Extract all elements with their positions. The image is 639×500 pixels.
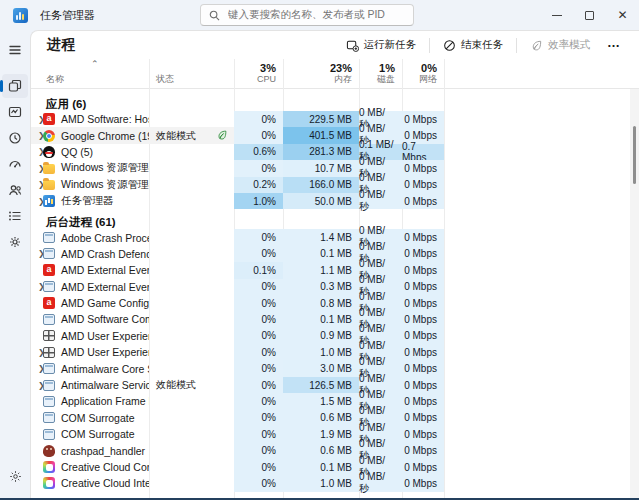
vertical-scrollbar[interactable] <box>630 89 639 498</box>
sidebar-item-services[interactable] <box>2 230 28 254</box>
efficiency-mode-button[interactable]: 效率模式 <box>523 35 597 55</box>
scrollbar-thumb[interactable] <box>633 126 636 184</box>
process-row[interactable]: ❯Google Chrome (19)效能模式0%401.5 MB0 MB/秒0… <box>31 127 639 143</box>
process-row[interactable]: AMD Software Command Li...0%0.1 MB0 MB/秒… <box>31 311 639 327</box>
navigation-menu-button[interactable] <box>2 38 28 62</box>
column-header-disk[interactable]: 1% 磁盘 <box>359 59 402 88</box>
process-row[interactable]: ❯AMD Crash Defender Service0%0.1 MB0 MB/… <box>31 246 639 262</box>
process-row[interactable]: AMD External Events Client ...0.1%1.1 MB… <box>31 262 639 278</box>
process-name-cell[interactable]: Application Frame Host <box>31 393 149 409</box>
process-status-cell <box>149 475 234 491</box>
process-name-cell[interactable]: AMD User Experience Progr... <box>31 328 149 344</box>
process-name-cell[interactable]: Creative Cloud Content Ma... <box>31 459 149 475</box>
memory-value: 166.0 MB <box>309 179 352 190</box>
sidebar-item-processes[interactable] <box>2 74 28 98</box>
process-name-cell[interactable]: COM Surrogate <box>31 410 149 426</box>
process-row[interactable]: ❯AMD External Events Servic...0%0.3 MB0 … <box>31 279 639 295</box>
column-header-cpu[interactable]: 3% CPU <box>234 59 283 88</box>
sidebar-item-details[interactable] <box>2 204 28 228</box>
expand-chevron-icon[interactable]: ❯ <box>31 147 43 156</box>
end-task-button[interactable]: 结束任务 <box>436 35 510 55</box>
run-new-task-button[interactable]: 运行新任务 <box>339 35 424 55</box>
close-button[interactable]: ✕ <box>606 0 639 30</box>
process-row[interactable]: ❯AMD User Experience Progr...0%1.0 MB0 M… <box>31 344 639 360</box>
memory-cell: 0.8 MB <box>283 295 359 311</box>
process-name-cell[interactable]: ❯AMD Software: Host Applic... <box>31 111 149 127</box>
expand-chevron-icon[interactable]: ❯ <box>31 131 43 140</box>
column-disk-label: 磁盘 <box>377 74 395 85</box>
process-name-cell[interactable]: AMD Software Command Li... <box>31 311 149 327</box>
process-row[interactable]: AMD Game Configuration S...0%0.8 MB0 MB/… <box>31 295 639 311</box>
process-name-cell[interactable]: ❯Google Chrome (19) <box>31 127 149 143</box>
process-name-cell[interactable]: ❯Antimalware Core Service <box>31 360 149 376</box>
column-status-label: 状态 <box>156 74 234 85</box>
cpu-value: 0% <box>262 429 276 440</box>
process-name-cell[interactable]: ❯任务管理器 <box>31 193 149 209</box>
expand-chevron-icon[interactable]: ❯ <box>31 180 43 189</box>
process-row[interactable]: ❯AMD Software: Host Applic...0%229.5 MB0… <box>31 111 639 127</box>
expand-chevron-icon[interactable]: ❯ <box>31 164 43 173</box>
process-row[interactable]: crashpad_handler0%0.6 MB0 MB/秒0 Mbps <box>31 442 639 458</box>
expand-chevron-icon[interactable]: ❯ <box>31 282 43 291</box>
toolbar-separator <box>429 38 430 53</box>
process-status-cell <box>149 442 234 458</box>
process-name: AMD External Events Client ... <box>61 264 149 276</box>
search-input[interactable]: 键入要搜索的名称、发布者或 PID <box>200 4 414 26</box>
process-row[interactable]: Creative Cloud Content Ma...0%0.1 MB0 MB… <box>31 459 639 475</box>
more-options-button[interactable]: … <box>601 35 629 56</box>
cpu-value: 0% <box>262 298 276 309</box>
process-name-cell[interactable]: Adobe Crash Processor <box>31 229 149 245</box>
process-row[interactable]: ❯Windows 资源管理器0%10.7 MB0 MB/秒0 Mbps <box>31 160 639 176</box>
column-header-name[interactable]: 名称 <box>31 59 149 88</box>
memory-total-percent: 23% <box>330 62 352 74</box>
expand-chevron-icon[interactable]: ❯ <box>31 348 43 357</box>
process-name-cell[interactable]: ❯Antimalware Service Execut... <box>31 377 149 393</box>
process-row[interactable]: ❯任务管理器1.0%50.0 MB0 MB/秒0 Mbps <box>31 193 639 209</box>
sidebar-item-performance[interactable] <box>2 100 28 124</box>
process-row[interactable]: Adobe Crash Processor0%1.4 MB0 MB/秒0 Mbp… <box>31 229 639 245</box>
process-name-cell[interactable]: ❯AMD User Experience Progr... <box>31 344 149 360</box>
sidebar-item-users[interactable] <box>2 178 28 202</box>
process-row[interactable]: ❯Antimalware Service Execut...效能模式0%126.… <box>31 377 639 393</box>
expand-chevron-icon[interactable]: ❯ <box>31 364 43 373</box>
expand-chevron-icon[interactable]: ❯ <box>31 197 43 206</box>
process-row[interactable]: Creative Cloud Interprocess ...0%1.0 MB0… <box>31 475 639 491</box>
minimize-button[interactable] <box>540 0 573 30</box>
process-name-cell[interactable]: ❯AMD External Events Servic... <box>31 279 149 295</box>
expand-chevron-icon[interactable]: ❯ <box>31 115 43 124</box>
memory-cell: 401.5 MB <box>283 127 359 143</box>
cpu-cell: 0% <box>234 393 283 409</box>
toolbar-separator <box>516 38 517 53</box>
expand-chevron-icon[interactable]: ❯ <box>31 249 43 258</box>
cpu-value: 0% <box>262 445 276 456</box>
column-header-status[interactable]: 状态 <box>149 59 234 88</box>
process-name-cell[interactable]: ❯QQ (5) <box>31 144 149 160</box>
process-name-cell[interactable]: AMD Game Configuration S... <box>31 295 149 311</box>
maximize-button[interactable] <box>573 0 606 30</box>
process-name-cell[interactable]: Creative Cloud Interprocess ... <box>31 475 149 491</box>
settings-button[interactable] <box>2 464 28 488</box>
process-name: 任务管理器 <box>61 194 114 208</box>
process-row[interactable]: ❯QQ (5)0.6%281.3 MB0.1 MB/秒0.7 Mbps <box>31 144 639 160</box>
process-name-cell[interactable]: crashpad_handler <box>31 442 149 458</box>
process-row[interactable]: ❯Windows 资源管理器 (4)0.2%166.0 MB0 MB/秒0 Mb… <box>31 177 639 193</box>
process-name-cell[interactable]: ❯Windows 资源管理器 (4) <box>31 177 149 193</box>
sidebar-item-app-history[interactable] <box>2 126 28 150</box>
process-row[interactable]: COM Surrogate0%1.9 MB0 MB/秒0 Mbps <box>31 426 639 442</box>
process-row[interactable]: ❯Antimalware Core Service0%3.0 MB0 MB/秒0… <box>31 360 639 376</box>
process-row[interactable]: COM Surrogate0%0.6 MB0 MB/秒0 Mbps <box>31 410 639 426</box>
expand-chevron-icon[interactable]: ❯ <box>31 381 43 390</box>
process-name-cell[interactable]: ❯AMD Crash Defender Service <box>31 246 149 262</box>
process-name-cell[interactable]: AMD External Events Client ... <box>31 262 149 278</box>
network-value: 0 Mbps <box>404 163 437 174</box>
process-row[interactable]: AMD User Experience Progr...0%0.9 MB0 MB… <box>31 328 639 344</box>
process-name-cell[interactable]: ❯Windows 资源管理器 <box>31 160 149 176</box>
process-name-cell[interactable]: COM Surrogate <box>31 426 149 442</box>
process-row[interactable]: Application Frame Host0%1.5 MB0 MB/秒0 Mb… <box>31 393 639 409</box>
column-header-network[interactable]: 0% 网络 <box>402 59 444 88</box>
sidebar-item-startup-apps[interactable] <box>2 152 28 176</box>
column-header-memory[interactable]: 23% 内存 <box>283 59 359 88</box>
memory-cell: 10.7 MB <box>283 160 359 176</box>
process-status-cell <box>149 426 234 442</box>
memory-value: 1.0 MB <box>320 478 352 489</box>
